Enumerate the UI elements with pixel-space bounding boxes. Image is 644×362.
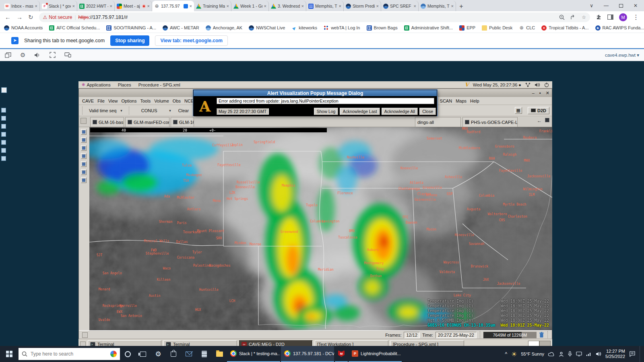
dcv-settings-icon[interactable]: ⚙ xyxy=(20,51,25,59)
cave-menu-tools[interactable]: Tools xyxy=(140,99,151,103)
show-desktop-sliver[interactable] xyxy=(640,346,642,362)
tab-close-icon[interactable]: × xyxy=(35,4,37,8)
fullscreen-icon[interactable] xyxy=(50,52,56,58)
taskbar-app-button[interactable]: LightningProbabilit... xyxy=(349,346,402,362)
bookmark-item[interactable]: NWSChat Live xyxy=(249,25,285,31)
time-value[interactable]: 20:27Z 25-May-22 xyxy=(436,332,477,338)
editor-tab[interactable]: PHS-vs-GOES-CAPE-LI xyxy=(462,117,518,127)
bookmark-item[interactable]: EPP xyxy=(459,25,475,31)
perspective-icon[interactable] xyxy=(80,118,87,124)
browser-tab[interactable]: Slack | * goes-× xyxy=(40,1,77,11)
extensions-icon[interactable] xyxy=(596,14,602,20)
dock-tool-icon[interactable] xyxy=(81,145,87,151)
desktop-edge-icon[interactable] xyxy=(1,148,6,153)
browser-tab[interactable]: 3. Wednesday× xyxy=(269,1,306,11)
taskbar-clock[interactable]: 12:27 PM 5/25/2022 xyxy=(605,349,625,359)
tab-close-icon[interactable]: × xyxy=(339,4,341,8)
time-options-combo[interactable]: Valid time seq▾ xyxy=(87,107,125,114)
browser-tab[interactable]: Training Mate× xyxy=(194,1,231,11)
microphone-icon[interactable] xyxy=(568,351,572,357)
map-display[interactable]: CoffeyvilleJoplinSpringfieldTulsaMuskoge… xyxy=(89,127,552,330)
zoom-out-icon[interactable] xyxy=(559,14,565,20)
desktop-edge-icon[interactable] xyxy=(1,116,6,121)
dock-tool-icon[interactable] xyxy=(81,153,87,159)
task-view-icon[interactable] xyxy=(135,346,151,362)
cave-menu-maps[interactable]: Maps xyxy=(456,99,466,103)
profile-avatar[interactable]: M xyxy=(619,13,627,21)
browser-tab[interactable]: Storm Predict× xyxy=(344,1,381,11)
tab-close-icon[interactable]: × xyxy=(414,4,416,8)
alertviz-popup-dialog[interactable]: Alert Visualization Popup Message Dialog… xyxy=(193,90,437,116)
cave-menu-volume[interactable]: Volume xyxy=(154,99,169,103)
browser-tab[interactable]: Meet - aj× xyxy=(115,1,152,11)
bookmark-item[interactable]: CLC xyxy=(519,25,535,31)
forward-icon[interactable]: → xyxy=(17,14,23,21)
bookmark-item[interactable]: Public Desk xyxy=(482,25,512,31)
cave-menu-cave[interactable]: CAVE xyxy=(82,99,94,103)
editor-list-icon[interactable] xyxy=(545,118,549,122)
editor-tab[interactable]: dings-all xyxy=(415,117,461,127)
calculator-icon[interactable] xyxy=(196,346,212,362)
desktop-edge-icon[interactable] xyxy=(1,124,6,129)
acknowledge-last-button[interactable]: Acknowledge Last xyxy=(340,108,380,115)
side-panel-icon[interactable] xyxy=(607,14,613,20)
hidden-icons-chevron[interactable]: ^ xyxy=(505,351,507,357)
stop-sharing-button[interactable]: Stop sharing xyxy=(110,35,149,46)
notification-center-icon[interactable] xyxy=(629,351,636,357)
cave-menu-help[interactable]: Help xyxy=(470,99,479,103)
dock-tool-icon[interactable] xyxy=(81,161,87,167)
cave-menu-options[interactable]: Options xyxy=(122,99,137,103)
tab-scroll-left-icon[interactable]: ← xyxy=(537,118,542,123)
onedrive-icon[interactable] xyxy=(548,352,555,356)
network-signal-icon[interactable] xyxy=(586,352,592,356)
gnome-menu-applications[interactable]: ❋Applications xyxy=(82,82,111,87)
minimize-icon[interactable]: — xyxy=(604,3,609,8)
display-icon[interactable] xyxy=(576,352,582,356)
dcv-audio-icon[interactable] xyxy=(34,52,41,58)
editor-tab[interactable]: GLM-maxFED-compare xyxy=(125,117,169,127)
desktop-edge-icon[interactable] xyxy=(1,132,6,137)
cave-menu-file[interactable]: File xyxy=(97,99,105,103)
store-icon[interactable] xyxy=(166,346,181,362)
windows-layout-icon[interactable] xyxy=(5,52,11,58)
trash-icon[interactable] xyxy=(539,332,544,338)
editor-tab[interactable]: GLM-16-1 xyxy=(171,117,194,127)
tab-close-icon[interactable]: × xyxy=(190,4,192,8)
gnome-clock[interactable]: Wed May 25, 20:27:36 ● xyxy=(473,82,521,87)
search-input[interactable] xyxy=(31,351,107,357)
gnome-menu-places[interactable]: Places xyxy=(118,82,131,87)
dock-tool-icon[interactable] xyxy=(81,137,87,143)
back-icon[interactable]: ← xyxy=(5,14,11,21)
reload-icon[interactable]: ↻ xyxy=(28,14,33,21)
dcv-hostname[interactable]: cave4.ewp.hwt ▾ xyxy=(605,52,639,58)
desktop-edge-icon[interactable] xyxy=(1,108,6,113)
dialog-title-bar[interactable]: Alert Visualization Popup Message Dialog xyxy=(194,90,437,96)
security-chip[interactable]: ⚠ Not secure xyxy=(43,14,72,20)
bookmark-item[interactable]: webTA | Log In xyxy=(324,25,360,31)
volume-icon[interactable] xyxy=(535,82,540,87)
browser-tab[interactable]: 137.75.97× xyxy=(152,1,194,11)
search-highlights-icon[interactable] xyxy=(110,351,117,357)
weather-text[interactable]: 55°F Sunny xyxy=(521,352,544,356)
browser-tab[interactable]: Inbox - masso× xyxy=(2,1,40,11)
cave-menu-view[interactable]: View xyxy=(108,99,118,103)
devices-icon[interactable] xyxy=(64,52,71,58)
power-icon[interactable] xyxy=(544,82,549,87)
dock-tool-icon[interactable] xyxy=(81,129,87,135)
dock-tool-icon[interactable] xyxy=(81,169,87,175)
browser-tab[interactable]: Memphis, TN× xyxy=(419,1,456,11)
bookmark-item[interactable]: RAC AWIPS Funda... xyxy=(595,25,644,31)
bookmark-item[interactable]: Administrative Shift... xyxy=(404,25,453,31)
tab-close-icon[interactable]: × xyxy=(451,4,454,8)
taskbar-app-button[interactable] xyxy=(335,346,348,362)
browser-tab[interactable]: Memphis, TN× xyxy=(306,1,344,11)
view-tab-button[interactable]: View tab: meet.google.com xyxy=(155,35,227,46)
tab-close-icon[interactable]: × xyxy=(72,4,75,8)
start-button[interactable] xyxy=(0,346,19,362)
desktop-edge-icon[interactable] xyxy=(1,140,6,145)
bookmark-item[interactable]: Brown Bags xyxy=(367,25,398,31)
tab-close-icon[interactable]: × xyxy=(301,4,304,8)
tab-close-icon[interactable]: × xyxy=(227,4,229,8)
frames-value[interactable]: 12/12 xyxy=(404,332,420,338)
tab-search-chevron-icon[interactable]: ∨ xyxy=(590,3,593,8)
